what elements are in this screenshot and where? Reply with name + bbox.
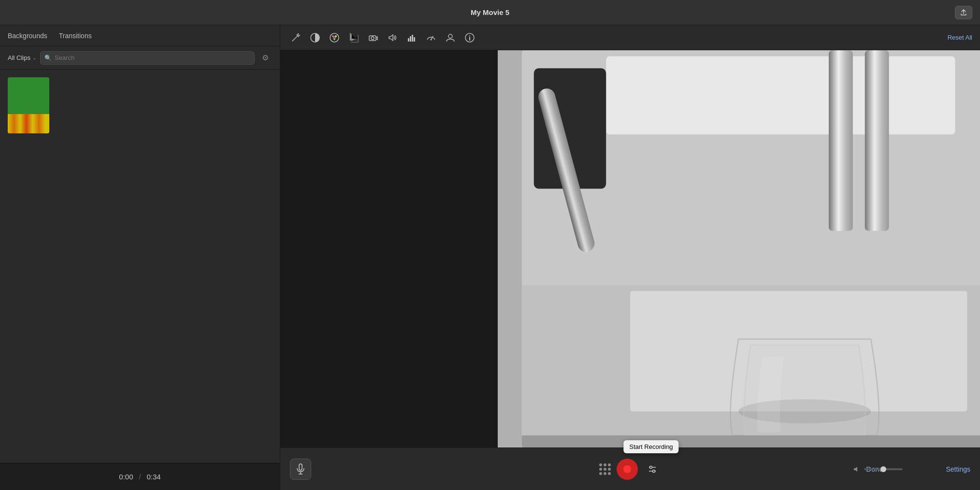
svg-rect-14 xyxy=(412,35,413,42)
volume-slider-area xyxy=(853,466,903,473)
dot xyxy=(608,468,611,471)
black-white-button[interactable] xyxy=(307,30,323,45)
svg-point-17 xyxy=(431,39,432,40)
svg-rect-15 xyxy=(414,37,415,42)
info-button[interactable] xyxy=(462,30,477,45)
volume-track[interactable] xyxy=(864,468,903,470)
volume-thumb[interactable] xyxy=(880,466,886,472)
dot xyxy=(608,463,611,466)
crop-button[interactable] xyxy=(346,30,361,45)
dot xyxy=(599,472,602,475)
svg-rect-29 xyxy=(865,50,889,231)
svg-point-1 xyxy=(299,35,300,36)
record-indicator xyxy=(623,465,631,473)
color-palette-icon xyxy=(329,32,340,43)
speed-icon xyxy=(426,32,436,43)
svg-point-18 xyxy=(448,34,452,38)
total-time: 0:34 xyxy=(146,473,160,481)
audio-bars-icon xyxy=(406,32,417,43)
current-time: 0:00 xyxy=(119,473,133,481)
right-panel: Reset All xyxy=(280,25,980,490)
svg-point-21 xyxy=(469,35,470,36)
transitions-tab[interactable]: Transitions xyxy=(59,30,92,42)
dot xyxy=(599,463,602,466)
settings-gear-button[interactable]: ⚙ xyxy=(259,51,272,65)
share-button[interactable] xyxy=(955,6,972,19)
crop-icon xyxy=(348,32,359,43)
camera-stabilize-button[interactable] xyxy=(365,30,381,45)
filter-bar: All Clips ⌄ 🔍 ⚙ xyxy=(0,46,280,70)
svg-rect-22 xyxy=(280,50,498,447)
record-button[interactable] xyxy=(617,459,638,480)
svg-point-0 xyxy=(298,33,299,34)
preview-area xyxy=(280,50,980,447)
svg-rect-25 xyxy=(606,56,955,134)
time-separator: / xyxy=(139,473,141,481)
preview-image xyxy=(280,50,980,447)
nav-tabs: Backgrounds Transitions xyxy=(0,25,280,46)
adjust-button[interactable] xyxy=(644,461,661,478)
backgrounds-tab[interactable]: Backgrounds xyxy=(8,30,47,42)
color-palette-button[interactable] xyxy=(327,30,342,45)
grid-view-button[interactable] xyxy=(599,463,611,475)
magic-wand-button[interactable] xyxy=(288,30,303,45)
clip-waveform xyxy=(8,114,49,133)
bottom-controls-bar: Start Recording Done Settings xyxy=(280,447,980,490)
title-bar: My Movie 5 xyxy=(0,0,980,25)
speed-button[interactable] xyxy=(423,30,439,45)
svg-rect-34 xyxy=(299,464,302,470)
adjust-icon xyxy=(647,464,658,475)
svg-point-2 xyxy=(297,36,297,36)
svg-rect-28 xyxy=(829,50,853,231)
timeline-bar: 0:00 / 0:34 xyxy=(0,463,280,490)
all-clips-selector[interactable]: All Clips ⌄ xyxy=(8,54,36,61)
left-panel: Backgrounds Transitions All Clips ⌄ 🔍 ⚙ xyxy=(0,25,280,490)
svg-marker-11 xyxy=(389,35,393,41)
clip-thumbnail[interactable] xyxy=(8,77,49,133)
settings-button[interactable]: Settings xyxy=(946,465,970,473)
svg-rect-13 xyxy=(410,36,411,42)
dot xyxy=(608,472,611,475)
svg-point-39 xyxy=(650,466,652,468)
black-white-icon xyxy=(310,32,320,43)
window-title: My Movie 5 xyxy=(471,8,509,16)
person-icon xyxy=(445,32,456,43)
mic-button[interactable] xyxy=(290,459,311,480)
search-input[interactable] xyxy=(55,54,250,61)
share-icon xyxy=(960,9,967,16)
reset-all-button[interactable]: Reset All xyxy=(948,34,972,41)
svg-point-40 xyxy=(653,470,655,472)
svg-rect-33 xyxy=(522,435,980,447)
center-playback-controls xyxy=(599,459,661,480)
volume-icon xyxy=(387,32,398,43)
microphone-icon xyxy=(296,463,305,475)
all-clips-label: All Clips xyxy=(8,54,30,61)
volume-button[interactable] xyxy=(385,30,400,45)
audio-bars-button[interactable] xyxy=(404,30,419,45)
volume-min-icon xyxy=(853,466,860,473)
person-button[interactable] xyxy=(443,30,458,45)
search-icon: 🔍 xyxy=(44,55,52,61)
preview-toolbar: Reset All xyxy=(280,25,980,50)
start-recording-tooltip: Start Recording xyxy=(623,440,678,453)
camera-stabilize-icon xyxy=(368,32,378,43)
main-layout: Backgrounds Transitions All Clips ⌄ 🔍 ⚙ xyxy=(0,25,980,490)
info-icon xyxy=(464,32,475,43)
svg-marker-41 xyxy=(854,467,857,472)
svg-point-8 xyxy=(333,37,335,39)
clips-area xyxy=(0,70,280,463)
search-box: 🔍 xyxy=(40,51,255,65)
svg-point-10 xyxy=(371,37,374,40)
magic-wand-icon xyxy=(291,33,301,43)
clip-background xyxy=(8,77,49,133)
chevron-down-icon: ⌄ xyxy=(32,55,36,60)
svg-rect-12 xyxy=(408,38,409,42)
dot xyxy=(599,468,602,471)
dot xyxy=(604,463,606,466)
dot xyxy=(604,468,606,471)
dot xyxy=(604,472,606,475)
